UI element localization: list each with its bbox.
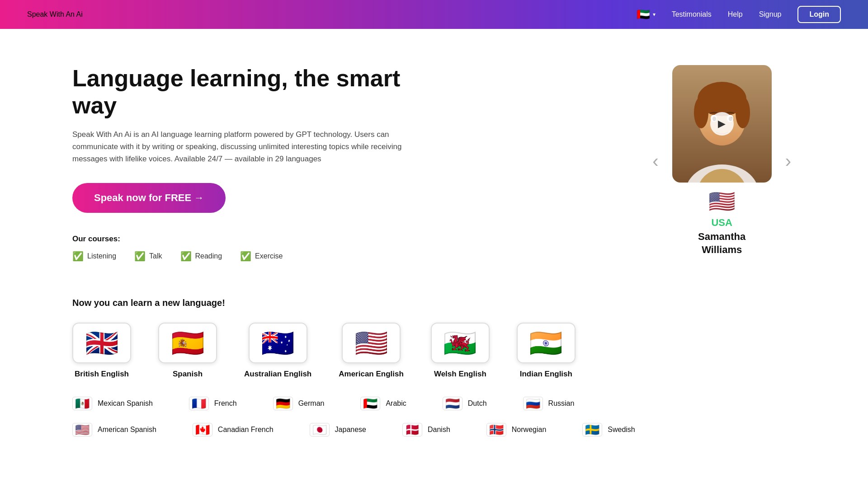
lang-name-mexican-spanish: Mexican Spanish (98, 399, 153, 408)
lang-swedish[interactable]: 🇸🇪 Swedish (582, 423, 635, 436)
lang-british-english[interactable]: 🇬🇧 British English (72, 323, 131, 379)
nav-right: 🇦🇪 ▾ Testimonials Help Signup Login (637, 6, 841, 23)
tutor-carousel: ‹ (648, 65, 796, 256)
course-listening: ✅ Listening (72, 251, 116, 262)
flag-british-english: 🇬🇧 (72, 323, 131, 363)
courses-block: Our courses: ✅ Listening ✅ Talk ✅ Readin… (72, 235, 443, 262)
course-exercise: ✅ Exercise (240, 251, 283, 262)
flag-american-spanish: 🇺🇸 (72, 423, 92, 436)
svg-point-6 (694, 97, 708, 128)
lang-japanese[interactable]: 🇯🇵 Japanese (310, 423, 366, 436)
big-languages-row: 🇬🇧 British English 🇪🇸 Spanish 🇦🇺 Austral… (72, 323, 796, 379)
lang-name-arabic: Arabic (386, 399, 406, 408)
small-languages-row1: 🇲🇽 Mexican Spanish 🇫🇷 French 🇩🇪 German 🇦… (72, 397, 796, 410)
flag-mexican-spanish: 🇲🇽 (72, 397, 92, 410)
lang-american-spanish[interactable]: 🇺🇸 American Spanish (72, 423, 156, 436)
tutor-card: ▶ 🇺🇸 USA Samantha Williams (672, 65, 772, 256)
login-button[interactable]: Login (797, 6, 841, 23)
lang-name-french: French (214, 399, 237, 408)
nav-signup[interactable]: Signup (759, 10, 782, 19)
lang-canadian-french[interactable]: 🇨🇦 Canadian French (193, 423, 274, 436)
course-talk-label: Talk (149, 252, 162, 260)
carousel-prev-button[interactable]: ‹ (648, 147, 663, 174)
lang-russian[interactable]: 🇷🇺 Russian (523, 397, 575, 410)
hero-description: Speak With An Ai is an AI language learn… (72, 128, 407, 165)
lang-name-welsh-english: Welsh English (434, 370, 486, 379)
lang-name-norwegian: Norwegian (512, 426, 546, 434)
flag-dutch: 🇳🇱 (443, 397, 462, 410)
languages-section: Now you can learn a new language! 🇬🇧 Bri… (0, 289, 868, 467)
flag-japanese: 🇯🇵 (310, 423, 330, 436)
lang-indian-english[interactable]: 🇮🇳 Indian English (517, 323, 576, 379)
course-reading: ✅ Reading (180, 251, 222, 262)
lang-name-canadian-french: Canadian French (218, 426, 274, 434)
lang-name-australian-english: Australian English (244, 370, 311, 379)
lang-dutch[interactable]: 🇳🇱 Dutch (443, 397, 487, 410)
svg-point-7 (736, 97, 750, 128)
flag-welsh-english: 🏴󠁧󠁢󠁷󠁬󠁳󠁿 (431, 323, 490, 363)
lang-danish[interactable]: 🇩🇰 Danish (402, 423, 450, 436)
nav-testimonials[interactable]: Testimonials (672, 10, 712, 19)
tutor-name: Samantha Williams (672, 230, 772, 256)
lang-name-american-english: American English (339, 370, 404, 379)
chevron-down-icon: ▾ (653, 11, 656, 18)
check-icon-exercise: ✅ (240, 251, 251, 262)
lang-name-swedish: Swedish (608, 426, 635, 434)
nav-help[interactable]: Help (728, 10, 743, 19)
flag-russian: 🇷🇺 (523, 397, 543, 410)
course-exercise-label: Exercise (255, 252, 283, 260)
lang-mexican-spanish[interactable]: 🇲🇽 Mexican Spanish (72, 397, 153, 410)
flag-norwegian: 🇳🇴 (486, 423, 506, 436)
lang-name-indian-english: Indian English (520, 370, 572, 379)
play-button[interactable]: ▶ (710, 112, 734, 136)
lang-australian-english[interactable]: 🇦🇺 Australian English (244, 323, 311, 379)
lang-arabic[interactable]: 🇦🇪 Arabic (360, 397, 406, 410)
hero-title: Language learning, the smart way (72, 65, 443, 119)
carousel-next-button[interactable]: › (781, 147, 796, 174)
course-talk: ✅ Talk (134, 251, 162, 262)
flag-danish: 🇩🇰 (402, 423, 422, 436)
languages-section-title: Now you can learn a new language! (72, 298, 796, 308)
courses-list: ✅ Listening ✅ Talk ✅ Reading ✅ Exercise (72, 251, 443, 262)
lang-welsh-english[interactable]: 🏴󠁧󠁢󠁷󠁬󠁳󠁿 Welsh English (431, 323, 490, 379)
lang-name-american-spanish: American Spanish (98, 426, 156, 434)
lang-norwegian[interactable]: 🇳🇴 Norwegian (486, 423, 546, 436)
course-reading-label: Reading (195, 252, 222, 260)
current-flag: 🇦🇪 (637, 8, 650, 21)
course-listening-label: Listening (87, 252, 116, 260)
lang-american-english[interactable]: 🇺🇸 American English (339, 323, 404, 379)
lang-name-danish: Danish (428, 426, 450, 434)
flag-spanish: 🇪🇸 (158, 323, 217, 363)
nav-brand: Speak With An Ai (27, 10, 83, 19)
flag-australian-english: 🇦🇺 (249, 323, 307, 363)
courses-label: Our courses: (72, 235, 443, 244)
flag-swedish: 🇸🇪 (582, 423, 602, 436)
tutor-flag: 🇺🇸 (672, 189, 772, 214)
lang-french[interactable]: 🇫🇷 French (189, 397, 237, 410)
flag-indian-english: 🇮🇳 (517, 323, 576, 363)
cta-button[interactable]: Speak now for FREE → (72, 183, 226, 213)
flag-canadian-french: 🇨🇦 (193, 423, 212, 436)
flag-american-english: 🇺🇸 (342, 323, 401, 363)
lang-german[interactable]: 🇩🇪 German (273, 397, 325, 410)
lang-name-russian: Russian (548, 399, 575, 408)
lang-name-japanese: Japanese (335, 426, 366, 434)
lang-name-german: German (298, 399, 325, 408)
navbar: Speak With An Ai 🇦🇪 ▾ Testimonials Help … (0, 0, 868, 29)
hero-content: Language learning, the smart way Speak W… (72, 65, 443, 262)
flag-arabic: 🇦🇪 (360, 397, 380, 410)
lang-name-dutch: Dutch (468, 399, 487, 408)
lang-name-spanish: Spanish (173, 370, 203, 379)
tutor-country: USA (672, 217, 772, 229)
lang-name-british-english: British English (75, 370, 129, 379)
flag-german: 🇩🇪 (273, 397, 293, 410)
lang-spanish[interactable]: 🇪🇸 Spanish (158, 323, 217, 379)
tutor-image: ▶ (672, 65, 772, 183)
hero-section: Language learning, the smart way Speak W… (0, 29, 868, 289)
language-selector[interactable]: 🇦🇪 ▾ (637, 8, 656, 21)
small-languages-row2: 🇺🇸 American Spanish 🇨🇦 Canadian French 🇯… (72, 423, 796, 436)
flag-french: 🇫🇷 (189, 397, 209, 410)
check-icon-talk: ✅ (134, 251, 146, 262)
check-icon-reading: ✅ (180, 251, 192, 262)
check-icon-listening: ✅ (72, 251, 84, 262)
